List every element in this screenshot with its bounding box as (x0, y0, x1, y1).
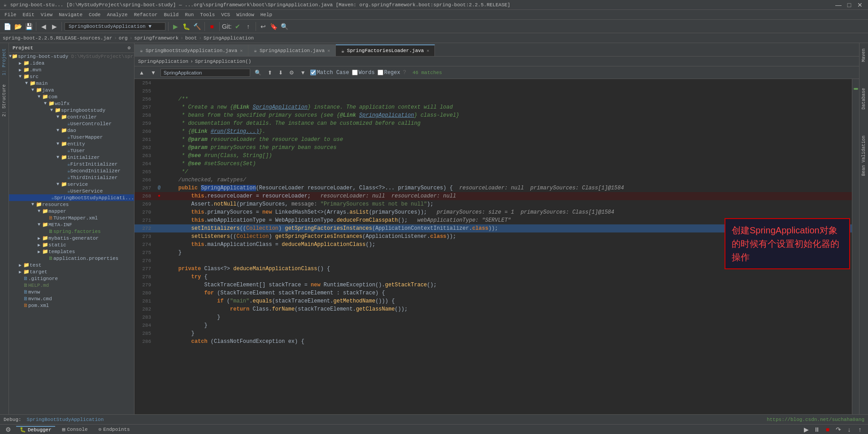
mvnw-file[interactable]: 🗎 mvnw (9, 289, 134, 295)
endpoints-tab[interactable]: ⊙ Endpoints (95, 426, 134, 432)
tab2-close[interactable]: ✕ (327, 48, 330, 53)
search-config[interactable]: ⚙ (287, 69, 296, 77)
tab1-close[interactable]: ✕ (240, 48, 243, 53)
mvnw-cmd-file[interactable]: 🗎 mvnw.cmd (9, 295, 134, 302)
build-button[interactable]: 🔨 (193, 22, 202, 31)
service-folder[interactable]: ▼ 📁 service (9, 181, 134, 188)
dao-folder[interactable]: ▼ 📁 dao (9, 127, 134, 134)
test-folder[interactable]: ▶ 📁 test (9, 262, 134, 268)
springbootstudyapplication-file[interactable]: ☕ SpringBootStudyApplicati... (9, 194, 134, 201)
pom-xml-file[interactable]: 🗎 pom.xml (9, 302, 134, 309)
debug-resume[interactable]: ▶ (802, 425, 811, 434)
beanvalidation-tab[interactable]: Bean Validation (860, 132, 867, 180)
sidebar-options[interactable]: ⚙ (127, 45, 130, 51)
menu-analyze[interactable]: Analyze (104, 11, 130, 18)
tree-root[interactable]: ▼ 📁 spring-boot-study D:\MyStudyProject\… (9, 53, 134, 60)
right-scroll-panel[interactable] (852, 79, 859, 414)
status-right[interactable]: https://blog.csdn.net/suchaha0ang (767, 417, 864, 422)
maven-tab[interactable]: Maven (860, 45, 867, 66)
menu-navigate[interactable]: Navigate (56, 11, 85, 18)
minimize-button[interactable]: — (834, 0, 843, 9)
menu-build[interactable]: Build (161, 11, 181, 18)
menu-refactor[interactable]: Refactor (131, 11, 161, 18)
back-button[interactable]: ◀ (39, 22, 48, 31)
save-button[interactable]: 💾 (24, 22, 33, 31)
structure-tab[interactable]: 2: Structure (1, 81, 8, 120)
nav-jar[interactable]: spring-boot-2.2.5.RELEASE-sources.jar (3, 35, 112, 41)
regex-label[interactable]: Regex (378, 70, 400, 76)
mybatis-generator-folder[interactable]: ▶ 📁 mybatis-generator (9, 235, 134, 241)
tab3-close[interactable]: ✕ (426, 48, 429, 53)
target-folder[interactable]: ▶ 📁 target (9, 268, 134, 275)
second-initializer-file[interactable]: ☕ SecondInitializer (9, 167, 134, 174)
match-case-up[interactable]: ⬆ (266, 69, 274, 77)
idea-folder[interactable]: ▶ 📁 .idea (9, 60, 134, 66)
resources-folder[interactable]: ▼ 📁 resources (9, 201, 134, 208)
menu-help[interactable]: Help (258, 11, 275, 18)
main-folder[interactable]: ▼ 📁 main (9, 80, 134, 87)
menu-file[interactable]: File (2, 11, 19, 18)
menu-run[interactable]: Run (182, 11, 196, 18)
src-folder[interactable]: ▼ 📁 src (9, 73, 134, 80)
new-file-button[interactable]: 📄 (3, 22, 12, 31)
run-button[interactable]: ▶ (171, 22, 180, 31)
tab-springbootstudyapplication[interactable]: ☕ SpringBootStudyApplication.java ✕ (135, 44, 248, 56)
close-button[interactable]: ✕ (855, 0, 864, 9)
nav-springapplication[interactable]: SpringApplication (204, 35, 254, 41)
tusermapper-xml-file[interactable]: 🗎 TUserMapper.xml (9, 215, 134, 221)
static-folder[interactable]: ▶ 📁 static (9, 241, 134, 248)
debug-step-into[interactable]: ↓ (845, 425, 854, 434)
menu-code[interactable]: Code (86, 11, 103, 18)
mvn-folder[interactable]: ▶ 📁 .mvn (9, 66, 134, 73)
debug-app-name[interactable]: SpringBootStudyApplication (27, 417, 104, 422)
application-properties-file[interactable]: 🗎 application.properties (9, 255, 134, 262)
match-case-label[interactable]: Match Case (310, 70, 349, 76)
tusermapper-file[interactable]: ☕ TUserMapper (9, 134, 134, 140)
debug-step-out[interactable]: ↑ (855, 425, 864, 434)
debug-pause[interactable]: ⏸ (812, 425, 821, 434)
stop-button[interactable]: ■ (208, 22, 217, 31)
help-md-file[interactable]: 🗎 HELP.md (9, 282, 134, 289)
nav-springframework[interactable]: springframework (134, 35, 178, 41)
console-tab[interactable]: ▤ Console (59, 426, 91, 432)
find-button[interactable]: 🔍 (253, 69, 263, 77)
debug-button[interactable]: 🐛 (182, 22, 191, 31)
metainf-folder[interactable]: ▼ 📁 META-INF (9, 221, 134, 228)
search-prev-button[interactable]: ▲ (137, 69, 146, 77)
breadcrumb-method[interactable]: SpringApplication() (195, 59, 251, 64)
open-button[interactable]: 📂 (13, 22, 22, 31)
git-button[interactable]: Git: (222, 22, 231, 31)
run-config-selector[interactable]: SpringBootStudyApplication ▼ (65, 22, 165, 31)
filter-button[interactable]: ▼ (299, 69, 308, 77)
com-folder[interactable]: ▼ 📁 com (9, 93, 134, 100)
words-label[interactable]: Words (352, 70, 375, 76)
search-next-button[interactable]: ▼ (149, 69, 158, 77)
forward-button[interactable]: ▶ (50, 22, 59, 31)
java-folder[interactable]: ▼ 📁 java (9, 87, 134, 93)
spring-factories-file[interactable]: 🗎 spring.factories (9, 228, 134, 235)
regex-checkbox[interactable] (378, 70, 383, 75)
templates-folder[interactable]: ▶ 📁 templates (9, 248, 134, 255)
search-input[interactable] (161, 69, 250, 77)
nav-org[interactable]: org (119, 35, 128, 41)
match-case-down[interactable]: ⬇ (277, 69, 285, 77)
entity-folder[interactable]: ▼ 📁 entity (9, 140, 134, 147)
match-case-checkbox[interactable] (310, 70, 316, 75)
menu-edit[interactable]: Edit (20, 11, 37, 18)
controller-folder[interactable]: ▼ 📁 controller (9, 114, 134, 120)
mapper-folder[interactable]: ▼ 📁 mapper (9, 208, 134, 215)
tab-springfactoriesloader[interactable]: ☕ SpringFactoriesLoader.java ✕ (336, 44, 435, 56)
springbootstudy-folder[interactable]: ▼ 📁 springbootstudy (9, 107, 134, 114)
vcs-update[interactable]: ✔ (233, 22, 242, 31)
database-tab[interactable]: Database (860, 84, 867, 113)
menu-view[interactable]: View (38, 11, 55, 18)
revert-button[interactable]: ↩ (259, 22, 268, 31)
third-initializer-file[interactable]: ☕ ThirdInitializer (9, 174, 134, 181)
project-tab[interactable]: 1: Project (1, 45, 8, 79)
initializer-folder[interactable]: ▼ 📁 initializer (9, 154, 134, 161)
menu-window[interactable]: Window (234, 11, 257, 18)
nav-boot[interactable]: boot (185, 35, 197, 41)
debug-step-over[interactable]: ↷ (834, 425, 843, 434)
search-everywhere[interactable]: 🔍 (280, 22, 289, 31)
wolfx-folder[interactable]: ▼ 📁 wolfx (9, 100, 134, 107)
